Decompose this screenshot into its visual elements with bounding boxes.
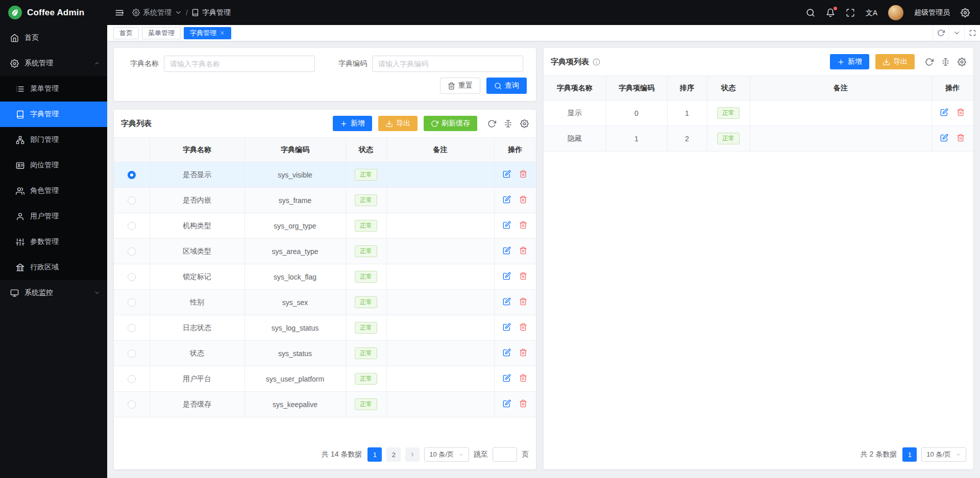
- refresh-table-icon[interactable]: [925, 58, 934, 66]
- row-radio[interactable]: [128, 171, 136, 179]
- query-button[interactable]: 查询: [486, 78, 527, 94]
- column-settings-icon[interactable]: [504, 119, 512, 128]
- add-dict-button[interactable]: 新增: [333, 116, 372, 131]
- next-page-button[interactable]: [405, 447, 420, 462]
- breadcrumb-current[interactable]: 字典管理: [191, 8, 231, 17]
- page-button-2[interactable]: 2: [386, 447, 401, 462]
- delete-icon[interactable]: [519, 399, 527, 408]
- edit-icon[interactable]: [503, 348, 511, 357]
- table-row[interactable]: 状态 sys_status 正常: [114, 341, 536, 366]
- user-name[interactable]: 超级管理员: [914, 8, 950, 17]
- sidebar-item-home[interactable]: 首页: [0, 25, 107, 51]
- page-button-1[interactable]: 1: [902, 447, 917, 462]
- add-dict-item-button[interactable]: 新增: [830, 54, 869, 69]
- row-radio[interactable]: [128, 375, 136, 383]
- sidebar-item-system[interactable]: 系统管理: [0, 51, 107, 76]
- edit-icon[interactable]: [940, 108, 948, 116]
- delete-icon[interactable]: [519, 246, 527, 255]
- table-gear-icon[interactable]: [958, 58, 966, 66]
- fullscreen-icon[interactable]: [846, 8, 855, 17]
- export-dict-button[interactable]: 导出: [378, 116, 418, 131]
- breadcrumb-parent[interactable]: 系统管理: [132, 8, 182, 17]
- table-row[interactable]: 是否显示 sys_visible 正常: [114, 162, 536, 188]
- page-size-select[interactable]: 10 条/页: [424, 447, 469, 462]
- refresh-cache-button[interactable]: 刷新缓存: [424, 116, 477, 131]
- edit-icon[interactable]: [503, 195, 511, 204]
- edit-icon[interactable]: [940, 134, 948, 142]
- avatar[interactable]: [888, 5, 903, 20]
- tab-options-chevron-icon[interactable]: [948, 25, 964, 41]
- row-radio[interactable]: [128, 247, 136, 256]
- notification-bell-icon[interactable]: [826, 8, 835, 17]
- delete-icon[interactable]: [519, 323, 527, 331]
- row-radio[interactable]: [128, 222, 136, 230]
- row-radio[interactable]: [128, 349, 136, 358]
- delete-icon[interactable]: [519, 221, 527, 229]
- edit-icon[interactable]: [503, 374, 511, 382]
- content-fullscreen-icon[interactable]: [964, 25, 980, 41]
- table-row[interactable]: 用户平台 sys_user_platform 正常: [114, 366, 536, 392]
- delete-icon[interactable]: [519, 170, 527, 178]
- sidebar-item-param-mgmt[interactable]: 参数管理: [0, 229, 107, 255]
- table-row[interactable]: 是否缓存 sys_keepalive 正常: [114, 392, 536, 417]
- search-icon[interactable]: [806, 8, 815, 17]
- settings-gear-icon[interactable]: [961, 8, 970, 17]
- export-dict-item-button[interactable]: 导出: [875, 54, 915, 69]
- sidebar-item-dept-mgmt[interactable]: 部门管理: [0, 127, 107, 153]
- table-row[interactable]: 锁定标记 sys_lock_flag 正常: [114, 264, 536, 290]
- refresh-table-icon[interactable]: [487, 119, 496, 128]
- delete-icon[interactable]: [519, 374, 527, 382]
- info-icon[interactable]: [593, 58, 600, 66]
- row-radio[interactable]: [128, 196, 136, 205]
- reset-button[interactable]: 重置: [440, 78, 480, 94]
- table-row[interactable]: 性别 sys_sex 正常: [114, 290, 536, 315]
- edit-icon[interactable]: [503, 272, 511, 280]
- sidebar-item-dict-mgmt[interactable]: 字典管理: [0, 102, 107, 127]
- table-row[interactable]: 是否内嵌 sys_frame 正常: [114, 188, 536, 213]
- delete-icon[interactable]: [519, 272, 527, 280]
- page-size-select[interactable]: 10 条/页: [921, 447, 966, 462]
- edit-icon[interactable]: [503, 221, 511, 229]
- table-row[interactable]: 显示 0 1 正常: [544, 100, 973, 126]
- sidebar-item-user-mgmt[interactable]: 用户管理: [0, 204, 107, 229]
- sidebar-item-monitor[interactable]: 系统监控: [0, 280, 107, 306]
- table-row[interactable]: 隐藏 1 2 正常: [544, 126, 973, 152]
- sidebar-item-menu-mgmt[interactable]: 菜单管理: [0, 76, 107, 102]
- column-settings-icon[interactable]: [941, 58, 950, 66]
- edit-icon[interactable]: [503, 297, 511, 306]
- close-tab-icon[interactable]: [219, 30, 225, 36]
- sidebar-item-role-mgmt[interactable]: 角色管理: [0, 178, 107, 204]
- dict-name-input[interactable]: [164, 56, 315, 72]
- sidebar-item-region-mgmt[interactable]: 行政区域: [0, 255, 107, 280]
- row-radio[interactable]: [128, 273, 136, 281]
- table-gear-icon[interactable]: [520, 119, 529, 128]
- row-radio[interactable]: [128, 400, 136, 409]
- dict-code-input[interactable]: [372, 56, 523, 72]
- app-logo[interactable]: Coffee Admin: [0, 0, 107, 25]
- refresh-tab-icon[interactable]: [933, 25, 948, 41]
- delete-icon[interactable]: [519, 348, 527, 357]
- table-row[interactable]: 机构类型 sys_org_type 正常: [114, 213, 536, 239]
- tab-menu-mgmt[interactable]: 菜单管理: [142, 27, 181, 39]
- translate-icon[interactable]: 文A: [866, 9, 877, 16]
- edit-icon[interactable]: [503, 399, 511, 408]
- edit-icon[interactable]: [503, 323, 511, 331]
- jump-page-input[interactable]: [493, 447, 517, 462]
- edit-icon[interactable]: [503, 170, 511, 178]
- sidebar-item-post-mgmt[interactable]: 岗位管理: [0, 153, 107, 178]
- row-radio[interactable]: [128, 298, 136, 307]
- status-badge: 正常: [355, 245, 377, 257]
- tab-dict-mgmt[interactable]: 字典管理: [184, 27, 231, 39]
- cell-remark: [386, 188, 494, 213]
- page-button-1[interactable]: 1: [368, 447, 382, 462]
- delete-icon[interactable]: [519, 297, 527, 306]
- table-row[interactable]: 日志状态 sys_log_status 正常: [114, 315, 536, 341]
- delete-icon[interactable]: [957, 108, 965, 116]
- tab-home[interactable]: 首页: [113, 27, 139, 39]
- row-radio[interactable]: [128, 324, 136, 332]
- delete-icon[interactable]: [957, 134, 965, 142]
- table-row[interactable]: 区域类型 sys_area_type 正常: [114, 239, 536, 264]
- edit-icon[interactable]: [503, 246, 511, 255]
- delete-icon[interactable]: [519, 195, 527, 204]
- sidebar-collapse-icon[interactable]: [115, 8, 124, 17]
